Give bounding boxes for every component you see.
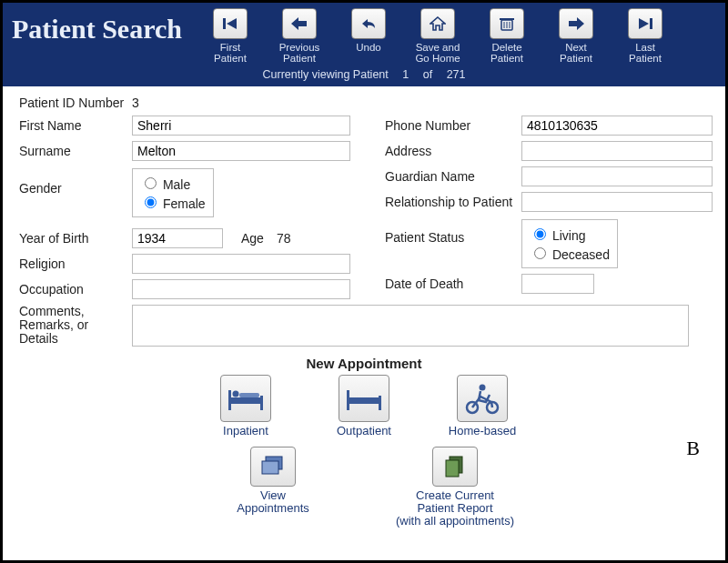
status-deceased-option[interactable]: Deceased xyxy=(530,245,610,262)
next-patient-label: Next Patient xyxy=(552,42,600,64)
gender-male-option[interactable]: Male xyxy=(140,175,206,192)
trash-icon xyxy=(499,16,515,31)
status-deceased-radio[interactable] xyxy=(534,247,546,259)
yob-input[interactable] xyxy=(132,228,223,248)
svg-rect-24 xyxy=(262,461,278,474)
status-living-radio[interactable] xyxy=(534,228,546,240)
age-label: Age xyxy=(241,231,264,246)
svg-rect-26 xyxy=(446,460,459,477)
first-name-input[interactable] xyxy=(132,116,350,136)
create-report-label: Create Current Patient Report (with all … xyxy=(396,489,514,528)
religion-label: Religion xyxy=(19,256,132,271)
view-appointments-button[interactable] xyxy=(250,447,296,487)
svg-marker-1 xyxy=(227,18,237,29)
svg-rect-5 xyxy=(500,18,514,20)
header-bar: Patient Search First Patient Previous Pa… xyxy=(3,3,725,86)
inpatient-bed-icon xyxy=(227,385,265,412)
page-title: Patient Search xyxy=(12,8,207,45)
gender-female-radio[interactable] xyxy=(145,196,157,208)
gender-female-option[interactable]: Female xyxy=(140,194,206,211)
delete-patient-label: Delete Patient xyxy=(483,42,531,64)
surname-label: Surname xyxy=(19,144,132,158)
svg-rect-16 xyxy=(239,393,259,397)
save-home-label: Save and Go Home xyxy=(414,42,461,64)
first-patient-button[interactable] xyxy=(213,8,248,39)
homebased-label: Home-based xyxy=(449,425,516,437)
address-label: Address xyxy=(385,144,521,158)
viewing-index: 1 xyxy=(402,68,409,81)
dod-label: Date of Death xyxy=(385,276,521,291)
surname-input[interactable] xyxy=(132,141,350,161)
undo-button[interactable] xyxy=(351,8,386,39)
age-value: 78 xyxy=(277,231,291,246)
patient-id-value: 3 xyxy=(132,96,139,110)
create-report-button[interactable] xyxy=(432,447,478,487)
svg-rect-0 xyxy=(223,18,226,29)
outpatient-label: Outpatient xyxy=(337,425,391,437)
last-patient-button[interactable] xyxy=(628,8,662,39)
svg-marker-2 xyxy=(291,17,307,30)
relationship-label: Relationship to Patient xyxy=(385,195,521,209)
last-icon xyxy=(637,16,653,31)
home-icon xyxy=(430,16,446,31)
phone-input[interactable] xyxy=(521,116,713,136)
motorcycle-icon xyxy=(464,382,500,415)
arrow-right-icon xyxy=(568,17,584,30)
gender-label: Gender xyxy=(19,168,132,196)
svg-rect-17 xyxy=(347,397,381,404)
inpatient-label: Inpatient xyxy=(223,425,268,437)
outpatient-button[interactable] xyxy=(339,375,389,422)
svg-point-22 xyxy=(480,385,486,391)
inpatient-button[interactable] xyxy=(220,375,271,422)
documents-icon xyxy=(442,455,468,478)
gender-group: Male Female xyxy=(132,168,214,217)
undo-icon xyxy=(359,17,378,30)
svg-rect-18 xyxy=(347,390,349,410)
yob-label: Year of Birth xyxy=(19,231,132,246)
occupation-input[interactable] xyxy=(132,279,350,299)
undo-label: Undo xyxy=(356,42,381,53)
relationship-input[interactable] xyxy=(521,192,713,212)
last-patient-label: Last Patient xyxy=(622,42,669,64)
next-patient-button[interactable] xyxy=(559,8,593,39)
save-home-button[interactable] xyxy=(420,8,455,39)
svg-marker-9 xyxy=(569,17,584,30)
svg-rect-19 xyxy=(379,396,381,410)
guardian-input[interactable] xyxy=(521,166,713,186)
figure-letter: B xyxy=(686,437,700,460)
svg-rect-10 xyxy=(650,18,652,29)
view-appointments-label: View Appointments xyxy=(237,489,309,515)
arrow-left-icon xyxy=(291,17,308,30)
first-name-label: First Name xyxy=(19,118,132,133)
viewing-total: 271 xyxy=(447,68,466,81)
previous-patient-button[interactable] xyxy=(282,8,317,39)
viewing-prefix: Currently viewing Patient xyxy=(263,68,389,81)
status-group: Living Deceased xyxy=(521,219,618,268)
guardian-label: Guardian Name xyxy=(385,169,521,184)
occupation-label: Occupation xyxy=(19,282,132,297)
previous-patient-label: Previous Patient xyxy=(276,42,323,64)
gender-male-radio[interactable] xyxy=(145,177,157,189)
homebased-button[interactable] xyxy=(457,375,508,422)
address-input[interactable] xyxy=(521,141,713,161)
phone-label: Phone Number xyxy=(385,118,521,133)
toolbar: First Patient Previous Patient Undo xyxy=(207,8,669,64)
religion-input[interactable] xyxy=(132,254,350,274)
svg-rect-13 xyxy=(228,390,231,410)
svg-point-15 xyxy=(233,391,239,397)
svg-rect-12 xyxy=(228,397,263,404)
first-patient-label: First Patient xyxy=(207,42,254,64)
first-icon xyxy=(222,16,238,31)
comments-label: Comments, Remarks, or Details xyxy=(19,305,132,346)
dod-input[interactable] xyxy=(521,274,594,294)
delete-patient-button[interactable] xyxy=(490,8,524,39)
svg-marker-11 xyxy=(639,18,649,29)
viewing-of: of xyxy=(423,68,432,81)
comments-input[interactable] xyxy=(132,305,689,347)
status-label: Patient Status xyxy=(385,219,521,245)
status-living-option[interactable]: Living xyxy=(530,226,610,243)
new-appointment-heading: New Appointment xyxy=(19,356,709,371)
outpatient-bed-icon xyxy=(345,385,383,412)
svg-rect-14 xyxy=(260,396,263,410)
svg-marker-3 xyxy=(430,17,445,30)
